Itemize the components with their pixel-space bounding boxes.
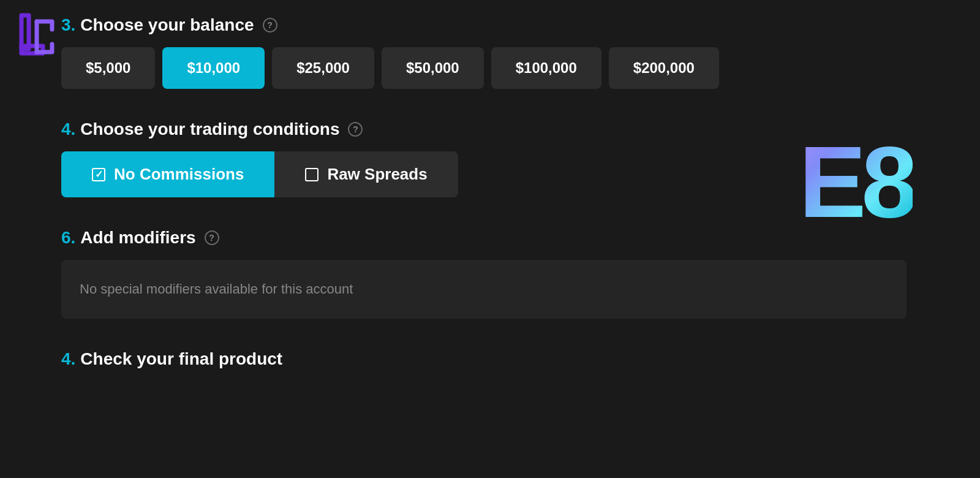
balance-option-25000[interactable]: $25,000: [272, 47, 374, 89]
balance-option-200000[interactable]: $200,000: [609, 47, 719, 89]
modifiers-empty-message: No special modifiers available for this …: [80, 281, 888, 297]
balance-help-icon[interactable]: ?: [263, 18, 277, 32]
balance-option-50000[interactable]: $50,000: [382, 47, 484, 89]
modifiers-box: No special modifiers available for this …: [61, 260, 907, 319]
balance-option-5000[interactable]: $5,000: [61, 47, 155, 89]
trading-conditions-header: 4. Choose your trading conditions ?: [61, 120, 919, 139]
raw-spreads-checkbox: [305, 168, 318, 181]
no-commissions-checkbox: [92, 168, 105, 181]
modifiers-header: 6. Add modifiers ?: [61, 228, 919, 248]
balance-option-10000[interactable]: $10,000: [162, 47, 265, 89]
balance-header: 3. Choose your balance ?: [61, 15, 919, 35]
trading-section-number: 4.: [61, 120, 75, 139]
modifiers-section-number: 6.: [61, 228, 75, 248]
final-section-title: Check your final product: [80, 349, 282, 369]
balance-options-group: $5,000 $10,000 $25,000 $50,000 $100,000 …: [61, 47, 919, 89]
trading-conditions-group: No Commissions Raw Spreads: [61, 151, 919, 197]
final-product-header: 4. Check your final product: [61, 349, 919, 369]
final-section-number: 4.: [61, 349, 75, 369]
section-trading-conditions: 4. Choose your trading conditions ? No C…: [61, 120, 919, 197]
raw-spreads-button[interactable]: Raw Spreads: [274, 151, 458, 197]
trading-section-title: Choose your trading conditions: [80, 120, 339, 139]
no-commissions-button[interactable]: No Commissions: [61, 151, 274, 197]
balance-option-100000[interactable]: $100,000: [491, 47, 601, 89]
modifiers-section-title: Add modifiers: [80, 228, 195, 248]
no-commissions-label: No Commissions: [114, 165, 244, 184]
section-balance: 3. Choose your balance ? $5,000 $10,000 …: [61, 15, 919, 89]
trading-help-icon[interactable]: ?: [348, 122, 363, 137]
section-final-product: 4. Check your final product: [61, 349, 919, 369]
raw-spreads-label: Raw Spreads: [327, 165, 427, 184]
balance-section-number: 3.: [61, 15, 75, 35]
section-modifiers: 6. Add modifiers ? No special modifiers …: [61, 228, 919, 319]
balance-section-title: Choose your balance: [80, 15, 254, 35]
modifiers-help-icon[interactable]: ?: [205, 230, 219, 245]
